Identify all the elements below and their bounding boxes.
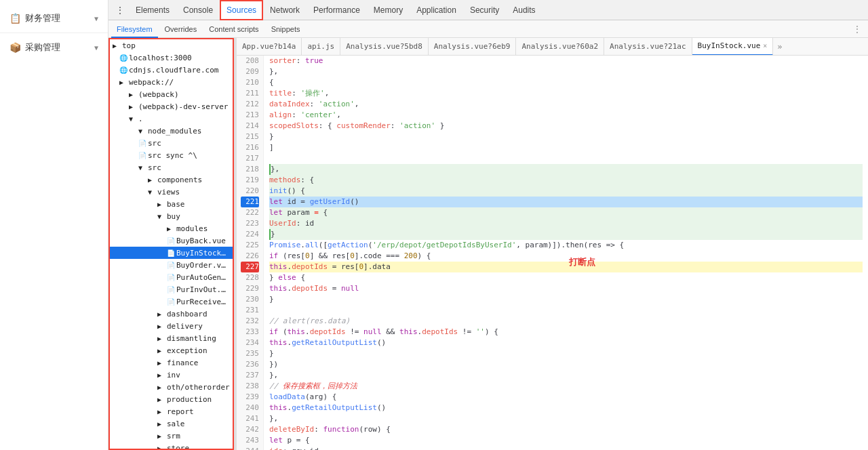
subtab-overrides[interactable]: Overrides bbox=[159, 20, 203, 38]
tree-srm[interactable]: ▶ srm bbox=[110, 430, 233, 442]
tree-exception[interactable]: ▶ exception bbox=[110, 344, 233, 356]
line-num-230: 230 bbox=[241, 294, 259, 305]
tab-audits[interactable]: Audits bbox=[506, 0, 542, 20]
tree-purreceive[interactable]: 📄 PurReceiveRecord.vue bbox=[110, 295, 233, 308]
tree-sale[interactable]: ▶ sale bbox=[110, 417, 233, 430]
tab-network[interactable]: Network bbox=[263, 0, 307, 20]
code-line-219: methods: { bbox=[269, 175, 863, 186]
file-tree-panel: ▶ top 🌐 localhost:3000 🌐 cdnjs.cloudflar… bbox=[108, 38, 234, 450]
tree-prod-label: production bbox=[167, 395, 230, 404]
tree-dot[interactable]: ▼ . bbox=[110, 112, 233, 125]
sidebar-item-finance[interactable]: 📋 财务管理 ▼ bbox=[0, 7, 108, 30]
code-line-208: sorter: true bbox=[269, 56, 863, 66]
tree-report[interactable]: ▶ report bbox=[110, 405, 233, 417]
tree-src1-label: src bbox=[148, 139, 230, 148]
code-line-231 bbox=[269, 305, 863, 316]
line-num-215: 215 bbox=[241, 131, 259, 142]
file-tab-analysis4[interactable]: Analysis.vue?21ac bbox=[604, 38, 692, 56]
tree-dashboard[interactable]: ▶ dashboard bbox=[110, 308, 233, 320]
sidebar-item-purchase[interactable]: 📦 采购管理 ▼ bbox=[0, 36, 108, 59]
tab-performance[interactable]: Performance bbox=[307, 0, 367, 20]
tree-src2-icon: ▼ bbox=[138, 164, 148, 171]
tree-src-sync[interactable]: 📄 src sync ^\ bbox=[110, 149, 233, 161]
file-tab-close-icon[interactable]: × bbox=[763, 42, 767, 49]
tree-webpack-dev[interactable]: ▶ (webpack)-dev-server bbox=[110, 100, 233, 112]
subtab-content-scripts[interactable]: Content scripts bbox=[203, 20, 264, 38]
app-sidebar: 📋 财务管理 ▼ 📦 采购管理 ▼ bbox=[0, 0, 108, 450]
tree-folder2-icon: ▶ bbox=[129, 103, 138, 110]
tab-console[interactable]: Console bbox=[176, 0, 220, 20]
tree-src1[interactable]: 📄 src bbox=[110, 137, 233, 149]
tree-oth-icon: ▶ bbox=[157, 384, 167, 391]
subtab-snippets[interactable]: Snippets bbox=[266, 20, 306, 38]
tree-sync-icon: 📄 bbox=[138, 152, 148, 159]
tree-webpack-pack[interactable]: ▶ (webpack) bbox=[110, 88, 233, 100]
file-tabs-more-icon[interactable]: » bbox=[773, 38, 786, 56]
tree-purinv[interactable]: 📄 PurInvOut.vue bbox=[110, 283, 233, 295]
tab-application[interactable]: Application bbox=[410, 0, 463, 20]
file-tab-app[interactable]: App.vue?b14a bbox=[237, 38, 302, 56]
code-line-239: loadData(arg) { bbox=[269, 392, 863, 403]
tree-buyback-label: BuyBack.vue bbox=[176, 237, 230, 245]
tree-buyorder[interactable]: 📄 BuyOrder.vue bbox=[110, 259, 233, 271]
file-tab-api[interactable]: api.js bbox=[302, 38, 340, 56]
tree-cloudflare[interactable]: 🌐 cdnjs.cloudflare.com bbox=[110, 64, 233, 76]
tree-store[interactable]: ▶ store bbox=[110, 442, 233, 450]
file-tab-analysis3[interactable]: Analysis.vue?60a2 bbox=[516, 38, 604, 56]
line-num-229: 229 bbox=[241, 283, 259, 294]
tree-dis-icon: ▶ bbox=[157, 335, 167, 342]
tree-buyinstock[interactable]: 📄 BuyInStock.vue bbox=[110, 247, 233, 259]
tree-cloudflare-label: cdnjs.cloudflare.com bbox=[129, 66, 230, 75]
file-tab-analysis1[interactable]: Analysis.vue?5bd8 bbox=[340, 38, 429, 56]
sources-main: ▶ top 🌐 localhost:3000 🌐 cdnjs.cloudflar… bbox=[108, 38, 868, 450]
line-num-236: 236 bbox=[241, 359, 259, 370]
tree-views[interactable]: ▼ views bbox=[110, 186, 233, 198]
tab-security[interactable]: Security bbox=[463, 0, 506, 20]
tree-buy-icon: ▼ bbox=[157, 213, 167, 220]
sources-subtabs: Filesystem Overrides Content scripts Sni… bbox=[108, 20, 868, 38]
tree-base[interactable]: ▶ base bbox=[110, 198, 233, 210]
tree-dot-label: . bbox=[138, 115, 230, 123]
line-num-232: 232 bbox=[241, 316, 259, 327]
subtab-filesystem[interactable]: Filesystem bbox=[111, 20, 158, 38]
tab-memory[interactable]: Memory bbox=[367, 0, 410, 20]
tree-production[interactable]: ▶ production bbox=[110, 393, 233, 405]
tree-webpack[interactable]: ▶ webpack:// bbox=[110, 76, 233, 88]
tree-purauto[interactable]: 📄 PurAutoGenLog.vue bbox=[110, 271, 233, 283]
tree-oth[interactable]: ▶ oth/otherorder bbox=[110, 381, 233, 393]
tree-inv-label: inv bbox=[167, 371, 230, 380]
code-line-227: this.depotIds = res[0].data bbox=[269, 262, 863, 272]
code-line-215: } bbox=[269, 131, 863, 142]
tree-sync-label: src sync ^\ bbox=[148, 151, 230, 160]
tree-src2[interactable]: ▼ src bbox=[110, 161, 233, 173]
tree-buy[interactable]: ▼ buy bbox=[110, 210, 233, 222]
tree-nm-label: node_modules bbox=[148, 127, 230, 136]
finance-icon: 📋 bbox=[9, 13, 21, 24]
tree-dismantling[interactable]: ▶ dismantling bbox=[110, 332, 233, 344]
line-num-212: 212 bbox=[241, 99, 259, 110]
file-tab-buyinstock[interactable]: BuyInStock.vue × bbox=[692, 38, 774, 56]
tree-mod-icon: ▶ bbox=[167, 225, 176, 232]
tree-components[interactable]: ▶ components bbox=[110, 173, 233, 186]
tree-buyinstock-icon: 📄 bbox=[167, 249, 176, 257]
line-num-218: 218 bbox=[241, 164, 259, 175]
code-line-209: }, bbox=[269, 66, 863, 77]
tab-elements[interactable]: Elements bbox=[129, 0, 176, 20]
devtools-toggle-icon[interactable]: ⋮ bbox=[111, 5, 129, 16]
tree-top[interactable]: ▶ top bbox=[110, 39, 233, 52]
devtools-panel: ⋮ Elements Console Sources Network Perfo… bbox=[108, 0, 868, 450]
file-tab-analysis2[interactable]: Analysis.vue?6eb9 bbox=[429, 38, 517, 56]
tree-node-modules[interactable]: ▼ node_modules bbox=[110, 125, 233, 137]
tree-localhost[interactable]: 🌐 localhost:3000 bbox=[110, 52, 233, 64]
tree-buyback[interactable]: 📄 BuyBack.vue bbox=[110, 234, 233, 247]
tab-sources[interactable]: Sources bbox=[220, 0, 263, 20]
tree-modules[interactable]: ▶ modules bbox=[110, 222, 233, 234]
tree-inv[interactable]: ▶ inv bbox=[110, 369, 233, 381]
tree-purreceive-icon: 📄 bbox=[167, 298, 176, 306]
line-num-234: 234 bbox=[241, 338, 259, 348]
code-line-233: if (this.depotIds != null && this.depotI… bbox=[269, 327, 863, 338]
tree-delivery[interactable]: ▶ delivery bbox=[110, 320, 233, 332]
subtab-more[interactable]: ⋮ bbox=[849, 24, 865, 34]
code-line-218: }, bbox=[269, 164, 863, 175]
tree-finance[interactable]: ▶ finance bbox=[110, 356, 233, 369]
